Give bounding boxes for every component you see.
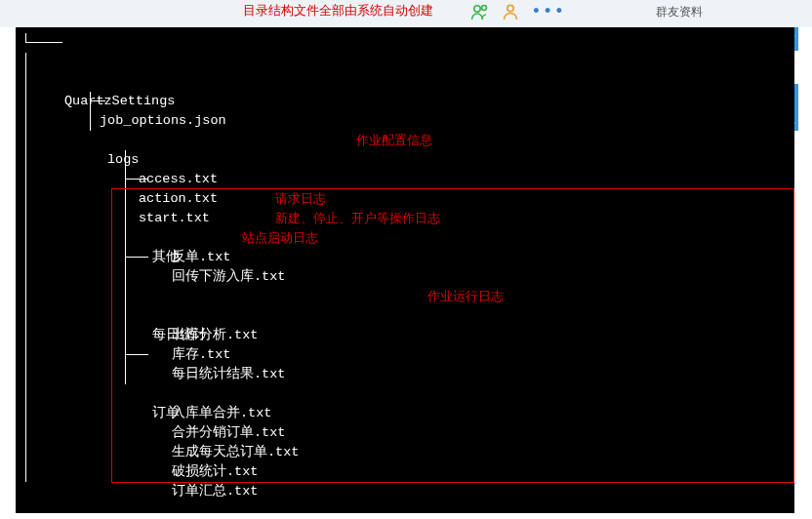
top-icon-group: ••• xyxy=(470,2,565,21)
top-bar: 目录结构文件全部由系统自动创建 ••• 群友资料 xyxy=(0,0,812,27)
group-info-label: 群友资料 xyxy=(656,4,703,20)
file-order-4: 破损统计.txt xyxy=(172,462,258,482)
auto-create-label: 目录结构文件全部由系统自动创建 xyxy=(243,2,433,20)
directory-tree: QuartzSettings job_options.json 作业配置信息 l… xyxy=(16,27,794,513)
more-dots-icon[interactable]: ••• xyxy=(531,2,565,21)
person-orange-icon[interactable] xyxy=(502,3,519,20)
svg-point-2 xyxy=(508,5,513,11)
file-order-5: 订单汇总.txt xyxy=(172,482,258,501)
svg-point-0 xyxy=(474,6,480,12)
svg-point-1 xyxy=(482,6,487,11)
people-green-icon[interactable] xyxy=(470,3,490,20)
